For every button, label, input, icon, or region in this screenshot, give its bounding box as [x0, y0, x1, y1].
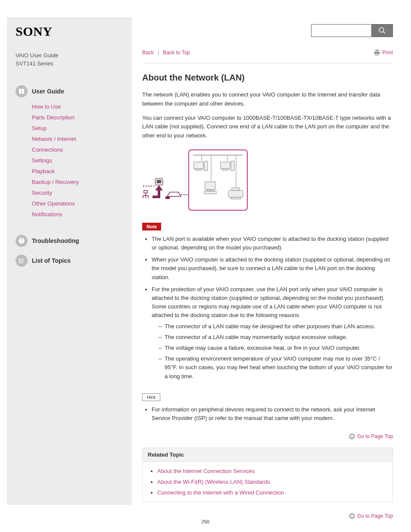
book-icon [16, 85, 28, 97]
svg-rect-22 [204, 161, 208, 171]
svg-rect-10 [153, 196, 160, 198]
print-link[interactable]: Print [374, 49, 393, 56]
breadcrumb-sep: | [158, 50, 159, 56]
note-sub-2: The connector of a LAN cable may momenta… [165, 333, 393, 342]
breadcrumb-back[interactable]: Back [142, 50, 154, 56]
sidebar-link-setup[interactable]: Setup [32, 125, 47, 131]
page-number: 250 [0, 519, 411, 524]
note-item-3: For the protection of your VAIO computer… [152, 285, 393, 381]
svg-rect-25 [231, 161, 234, 171]
sidebar-section-user-guide: User Guide How to Use Parts Description … [16, 85, 125, 218]
note-list: The LAN port is available when your VAIO… [142, 235, 393, 381]
svg-rect-24 [222, 169, 228, 170]
svg-rect-0 [144, 190, 147, 193]
sidebar-link-how-to-use[interactable]: How to Use [32, 103, 61, 110]
sidebar-links-user-guide: How to Use Parts Description Setup Netwo… [16, 103, 125, 218]
question-icon [16, 235, 28, 247]
arrow-up-icon [349, 513, 355, 520]
note-sub-1: The connector of a LAN cable may be desi… [165, 322, 393, 331]
search-box [311, 24, 393, 37]
main-content: Back | Back to Top Print About the Netwo… [142, 0, 411, 520]
svg-rect-11 [165, 196, 170, 199]
note-sub-4: The operating environment temperature of… [165, 355, 393, 381]
breadcrumb-top[interactable]: Back to Top [163, 50, 190, 56]
note-sublist: The connector of a LAN cable may be desi… [152, 322, 393, 381]
sidebar-title-troubleshooting: Troubleshooting [32, 237, 79, 244]
search-input[interactable] [311, 24, 371, 37]
intro-para-1: The network (LAN) enables you to connect… [142, 90, 393, 109]
sidebar-link-parts[interactable]: Parts Description [32, 114, 75, 121]
sidebar-link-connections[interactable]: Connections [32, 146, 63, 153]
svg-rect-21 [196, 169, 202, 170]
note-item-2: When your VAIO computer is attached to t… [152, 255, 393, 281]
sidebar-link-playback[interactable]: Playback [32, 168, 55, 174]
svg-rect-7 [157, 180, 161, 183]
arrow-up-icon [349, 433, 355, 440]
related-box: Related Topic About the Internet Connect… [142, 448, 393, 502]
go-to-top-link[interactable]: Go to Page Top [349, 433, 393, 440]
sidebar-section-list-topics[interactable]: List of Topics [16, 255, 125, 267]
sidebar-link-backup[interactable]: Backup / Recovery [32, 179, 79, 185]
svg-rect-27 [207, 190, 214, 191]
note-sub-3: The voltage may cause a failure, excessi… [165, 344, 393, 353]
go-to-top-label: Go to Page Top [357, 433, 393, 439]
note-item-3-text: For the protection of your VAIO computer… [152, 286, 385, 318]
hint-badge: Hint [142, 393, 160, 401]
sidebar-link-network[interactable]: Network / Internet [32, 136, 76, 142]
sidebar-link-settings[interactable]: Settings [32, 157, 52, 164]
hint-item-1: For information on peripheral devices re… [152, 405, 393, 423]
svg-rect-31 [231, 197, 240, 199]
product-name: VAIO User Guide SVT141 Series [16, 52, 125, 68]
go-to-top-label-2: Go to Page Top [357, 513, 393, 519]
svg-rect-20 [194, 162, 203, 169]
print-label: Print [382, 50, 393, 56]
related-link-2[interactable]: About the Wi-Fi(R) (Wireless LAN) Standa… [157, 479, 270, 485]
note-item-1: The LAN port is available when your VAIO… [152, 235, 393, 252]
sidebar-section-troubleshooting[interactable]: Troubleshooting [16, 235, 125, 247]
brand-logo: SONY [16, 24, 125, 39]
intro-para-2: You can connect your VAIO computer to 10… [142, 114, 393, 140]
related-list: About the Internet Connection Services A… [143, 462, 392, 502]
sidebar-title-list-topics: List of Topics [32, 257, 71, 264]
sidebar-link-notifications[interactable]: Notifications [32, 211, 62, 218]
lan-diagram [142, 147, 393, 213]
list-icon [16, 255, 28, 267]
svg-rect-30 [232, 188, 240, 190]
svg-rect-26 [205, 182, 215, 190]
related-link-3[interactable]: Connecting to the Internet with a Wired … [157, 489, 284, 496]
divider [142, 63, 393, 63]
svg-rect-23 [221, 162, 230, 169]
related-title: Related Topic [143, 448, 392, 462]
hint-list: For information on peripheral devices re… [142, 405, 393, 423]
sidebar: SONY VAIO User Guide SVT141 Series User … [7, 17, 132, 505]
sidebar-link-other[interactable]: Other Operations [32, 200, 75, 207]
print-icon [374, 49, 380, 56]
svg-rect-14 [189, 150, 247, 210]
search-button[interactable] [371, 24, 393, 37]
product-model: SVT141 Series [16, 60, 53, 67]
sidebar-title-user-guide: User Guide [32, 88, 64, 95]
related-link-1[interactable]: About the Internet Connection Services [157, 468, 255, 474]
product-line1: VAIO User Guide [16, 52, 58, 59]
svg-rect-29 [228, 190, 243, 197]
go-to-top-link-2[interactable]: Go to Page Top [349, 513, 393, 520]
breadcrumb: Back | Back to Top [142, 50, 190, 56]
svg-marker-9 [155, 185, 163, 190]
sidebar-link-security[interactable]: Security [32, 190, 52, 196]
note-badge: Note [142, 223, 161, 230]
page-title: About the Network (LAN) [142, 73, 393, 83]
search-icon [378, 27, 386, 34]
svg-rect-28 [204, 191, 216, 194]
